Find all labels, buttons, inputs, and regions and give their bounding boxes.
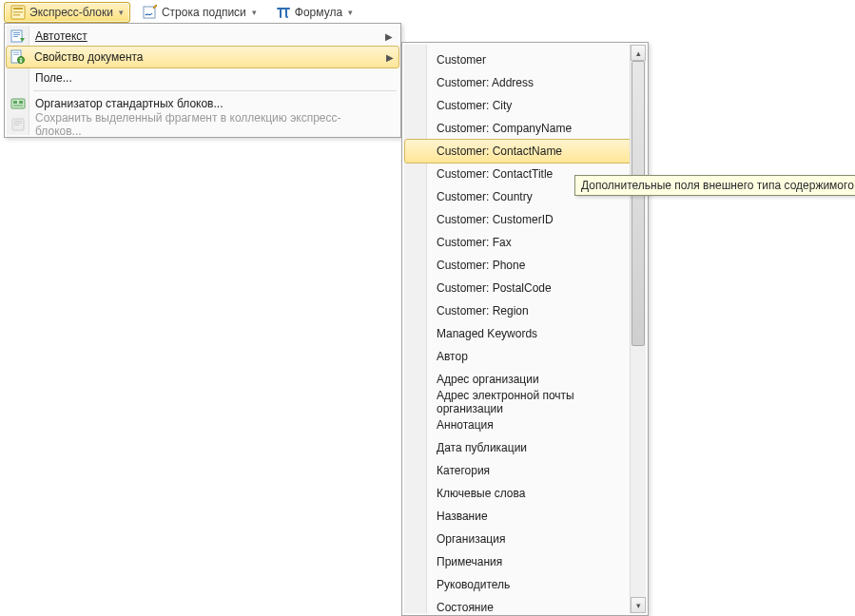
- svg-rect-22: [14, 125, 19, 125]
- submenu-item-label: Customer: CompanyName: [437, 122, 572, 135]
- formula-button[interactable]: Формула ▾: [269, 2, 359, 23]
- submenu-item[interactable]: Название: [404, 505, 646, 528]
- express-blocks-label: Экспресс-блоки: [29, 6, 113, 19]
- submenu-item[interactable]: Customer: Region: [404, 299, 646, 322]
- signature-line-label: Строка подписи: [162, 6, 246, 19]
- submenu-item[interactable]: Примечания: [404, 550, 646, 573]
- submenu-item-label: Адрес электронной почты организации: [437, 389, 638, 415]
- submenu-item-label: Customer: [437, 53, 486, 67]
- submenu-item-label: Ключевые слова: [437, 487, 525, 500]
- submenu-item[interactable]: Дата публикации: [404, 436, 646, 459]
- svg-rect-18: [13, 105, 23, 106]
- menu-item-field[interactable]: Поле...: [7, 67, 398, 88]
- submenu-item[interactable]: Customer: CustomerID: [404, 208, 646, 231]
- ribbon-toolbar: Экспресс-блоки ▾ Строка подписи ▾ Формул…: [0, 0, 855, 25]
- svg-rect-13: [20, 58, 21, 59]
- svg-rect-3: [13, 14, 20, 16]
- doc-property-submenu: CustomerCustomer: AddressCustomer: CityC…: [401, 42, 649, 616]
- menu-item-label: Организатор стандартных блоков...: [35, 97, 223, 110]
- svg-rect-16: [13, 101, 17, 104]
- scroll-down-button[interactable]: ▾: [631, 597, 646, 613]
- submenu-item-label: Название: [437, 510, 488, 523]
- tooltip-text: Дополнительные поля внешнего типа содерж…: [581, 179, 854, 192]
- submenu-item-label: Customer: Phone: [437, 259, 525, 272]
- tooltip: Дополнительные поля внешнего типа содерж…: [574, 175, 855, 196]
- submenu-item-label: Managed Keywords: [437, 327, 537, 340]
- dropdown-arrow-icon: ▾: [348, 8, 353, 17]
- svg-rect-20: [14, 121, 22, 122]
- organizer-icon: [10, 96, 26, 111]
- submenu-arrow-icon: ▶: [386, 52, 394, 63]
- submenu-item-label: Состояние: [437, 601, 494, 613]
- submenu-item[interactable]: Автор: [404, 345, 646, 368]
- submenu-item-label: Customer: PostalCode: [437, 281, 552, 295]
- signature-icon: [143, 5, 158, 20]
- submenu-item[interactable]: Customer: Address: [404, 71, 646, 94]
- submenu-item-label: Примечания: [437, 555, 502, 568]
- submenu-item-label: Customer: Region: [437, 304, 529, 318]
- submenu-item-label: Customer: Fax: [437, 236, 512, 249]
- doc-property-icon: [10, 49, 25, 65]
- svg-rect-7: [13, 34, 20, 35]
- submenu-item[interactable]: Managed Keywords: [404, 322, 646, 345]
- submenu-item-label: Дата публикации: [437, 441, 527, 454]
- submenu-item-label: Организация: [437, 532, 505, 546]
- svg-rect-6: [13, 32, 20, 33]
- svg-rect-2: [13, 11, 23, 13]
- submenu-item-label: Customer: ContactName: [437, 144, 562, 158]
- svg-rect-1: [13, 8, 23, 10]
- submenu-item[interactable]: Состояние: [404, 596, 646, 613]
- submenu-item-label: Customer: CustomerID: [437, 213, 554, 226]
- scroll-track[interactable]: [631, 61, 646, 597]
- submenu-item-label: Руководитель: [437, 578, 510, 591]
- submenu-arrow-icon: ▶: [385, 31, 393, 42]
- svg-rect-8: [13, 36, 18, 37]
- submenu-item[interactable]: Адрес электронной почты организации: [404, 391, 646, 414]
- svg-rect-10: [13, 52, 19, 53]
- submenu-item[interactable]: Customer: ContactName: [404, 139, 646, 164]
- submenu-item[interactable]: Аннотация: [404, 414, 646, 436]
- submenu-item-label: Автор: [437, 350, 468, 363]
- autotext-icon: [10, 29, 26, 44]
- submenu-item[interactable]: Customer: CompanyName: [404, 117, 646, 140]
- signature-line-button[interactable]: Строка подписи ▾: [136, 2, 263, 23]
- menu-item-label: Сохранить выделенный фрагмент в коллекци…: [35, 111, 383, 138]
- submenu-item[interactable]: Ключевые слова: [404, 482, 646, 505]
- dropdown-arrow-icon: ▾: [119, 8, 124, 17]
- menu-item-label: Свойство документа: [34, 50, 144, 64]
- scroll-up-button[interactable]: ▴: [631, 45, 646, 61]
- scrollbar[interactable]: ▴ ▾: [630, 45, 646, 613]
- submenu-item[interactable]: Руководитель: [404, 573, 646, 596]
- menu-item-autotext[interactable]: Автотекст ▶: [7, 26, 398, 47]
- submenu-item[interactable]: Категория: [404, 459, 646, 482]
- submenu-item[interactable]: Customer: PostalCode: [404, 277, 646, 299]
- menu-item-save-selection: Сохранить выделенный фрагмент в коллекци…: [7, 114, 398, 135]
- menu-item-label: Автотекст: [35, 29, 87, 43]
- dropdown-arrow-icon: ▾: [252, 8, 257, 17]
- submenu-item-label: Аннотация: [437, 418, 494, 432]
- submenu-item[interactable]: Организация: [404, 528, 646, 550]
- submenu-item-label: Категория: [437, 464, 490, 477]
- submenu-item-label: Customer: City: [437, 99, 512, 112]
- submenu-list: CustomerCustomer: AddressCustomer: CityC…: [404, 45, 646, 613]
- pi-icon: [276, 5, 291, 20]
- svg-rect-11: [13, 54, 19, 55]
- scroll-thumb[interactable]: [632, 61, 645, 346]
- save-selection-icon: [10, 117, 26, 132]
- submenu-item-label: Customer: ContactTitle: [437, 167, 553, 181]
- submenu-item[interactable]: Customer: Phone: [404, 254, 646, 277]
- submenu-item-label: Адрес организации: [437, 373, 539, 386]
- express-blocks-menu: Автотекст ▶ Свойство документа ▶ Поле...: [4, 23, 401, 138]
- menu-item-doc-property[interactable]: Свойство документа ▶: [6, 46, 399, 68]
- submenu-item[interactable]: Адрес организации: [404, 368, 646, 391]
- submenu-item[interactable]: Customer: City: [404, 94, 646, 117]
- express-blocks-button[interactable]: Экспресс-блоки ▾: [4, 2, 130, 23]
- submenu-item[interactable]: Customer: Fax: [404, 231, 646, 254]
- svg-rect-21: [14, 123, 22, 124]
- express-blocks-icon: [10, 5, 26, 20]
- submenu-item[interactable]: Customer: [404, 48, 646, 71]
- submenu-item-label: Customer: Address: [437, 76, 534, 89]
- svg-rect-14: [20, 60, 21, 63]
- menu-item-label: Поле...: [35, 71, 72, 85]
- submenu-item-label: Customer: Country: [437, 190, 533, 203]
